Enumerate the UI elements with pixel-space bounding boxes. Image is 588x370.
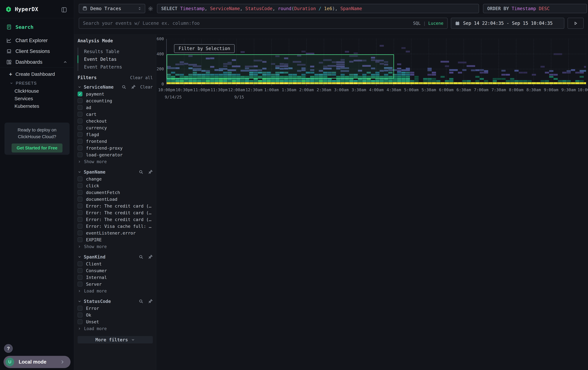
- sidebar-preset-item[interactable]: Services: [0, 95, 74, 102]
- filter-option[interactable]: documentLoad: [78, 196, 153, 202]
- filter-option[interactable]: EXPIRE: [78, 236, 153, 243]
- get-started-button[interactable]: Get Started for Free: [11, 143, 63, 152]
- checkbox[interactable]: [78, 268, 83, 273]
- filter-option[interactable]: checkout: [78, 118, 153, 124]
- checkbox[interactable]: [78, 230, 83, 235]
- checkbox[interactable]: [78, 197, 83, 201]
- filter-option[interactable]: change: [78, 176, 153, 182]
- checkbox[interactable]: [78, 237, 83, 242]
- analysis-mode-option[interactable]: Event Deltas: [78, 55, 153, 63]
- show-more-button[interactable]: Load more: [78, 325, 153, 332]
- sidebar-item-dashboards[interactable]: Dashboards: [0, 57, 74, 67]
- checkbox[interactable]: [78, 125, 83, 130]
- analysis-mode-option[interactable]: Event Patterns: [78, 63, 153, 71]
- gear-icon[interactable]: [148, 6, 153, 11]
- filter-option[interactable]: ✓payment: [78, 90, 153, 97]
- filter-option[interactable]: currency: [78, 124, 153, 131]
- checkbox[interactable]: [78, 183, 83, 188]
- lucene-mode-option[interactable]: Lucene: [428, 21, 443, 26]
- search-filter-icon[interactable]: [139, 254, 143, 259]
- filter-option[interactable]: Client: [78, 260, 153, 267]
- checkbox[interactable]: [78, 319, 83, 324]
- user-menu[interactable]: U Local mode: [4, 356, 71, 368]
- filter-option[interactable]: click: [78, 182, 153, 189]
- filter-option[interactable]: accounting: [78, 97, 153, 104]
- show-more-button[interactable]: Load more: [78, 288, 153, 295]
- checkbox[interactable]: [78, 146, 83, 150]
- filter-option[interactable]: frontend-proxy: [78, 145, 153, 151]
- checkbox[interactable]: ✓: [78, 91, 83, 96]
- search-filter-icon[interactable]: [139, 299, 143, 304]
- checkbox[interactable]: [78, 306, 83, 311]
- checkbox[interactable]: [78, 132, 83, 137]
- filter-option[interactable]: cart: [78, 111, 153, 118]
- chevron-up-icon[interactable]: [63, 60, 67, 64]
- checkbox[interactable]: [78, 203, 83, 208]
- pin-icon[interactable]: [148, 299, 153, 304]
- search-filter-icon[interactable]: [122, 85, 126, 90]
- time-range-picker[interactable]: Sep 14 22:04:35 - Sep 15 10:04:35: [451, 18, 564, 29]
- checkbox[interactable]: [78, 275, 83, 280]
- filter-option[interactable]: documentFetch: [78, 189, 153, 196]
- search-filter-icon[interactable]: [139, 170, 143, 174]
- checkbox[interactable]: [78, 261, 83, 266]
- checkbox[interactable]: [78, 177, 83, 181]
- filter-by-selection-button[interactable]: Filter by Selection: [174, 44, 235, 53]
- more-filters-button[interactable]: More filters: [78, 336, 153, 343]
- checkbox[interactable]: [78, 112, 83, 117]
- checkbox[interactable]: [78, 105, 83, 110]
- filter-option[interactable]: Error: The credit card (…: [78, 209, 153, 216]
- order-by-input[interactable]: ORDER BY Timestamp DESC: [483, 4, 587, 13]
- analysis-mode-option[interactable]: Results Table: [78, 48, 153, 55]
- sidebar-item-client-sessions[interactable]: Client Sessions: [0, 46, 74, 57]
- sql-select-input[interactable]: SELECT Timestamp, ServiceName, StatusCod…: [157, 4, 479, 13]
- checkbox[interactable]: [78, 313, 83, 317]
- sidebar-preset-item[interactable]: Kubernetes: [0, 102, 74, 110]
- sidebar-preset-item[interactable]: ClickHouse: [0, 87, 74, 95]
- sidebar-collapse-icon[interactable]: [61, 6, 67, 13]
- create-dashboard-button[interactable]: + Create Dashboard: [0, 69, 74, 79]
- checkbox[interactable]: [78, 282, 83, 287]
- run-query-button[interactable]: [567, 18, 584, 29]
- filter-option[interactable]: frontend: [78, 138, 153, 145]
- filter-option[interactable]: Internal: [78, 274, 153, 281]
- help-button[interactable]: ?: [4, 344, 13, 353]
- filter-option[interactable]: eventListener.error: [78, 230, 153, 236]
- filter-option[interactable]: Server: [78, 281, 153, 288]
- clear-all-button[interactable]: Clear all: [130, 75, 153, 80]
- filter-option[interactable]: Error: The credit card (…: [78, 216, 153, 223]
- pin-icon[interactable]: [148, 254, 153, 259]
- checkbox[interactable]: [78, 152, 83, 157]
- filter-option[interactable]: Ok: [78, 312, 153, 318]
- checkbox[interactable]: [78, 210, 83, 215]
- checkbox[interactable]: [78, 139, 83, 144]
- show-more-button[interactable]: Show more: [78, 158, 153, 165]
- filter-option[interactable]: Unset: [78, 318, 153, 325]
- checkbox[interactable]: [78, 224, 83, 229]
- filter-option[interactable]: load-generator: [78, 151, 153, 158]
- presets-toggle[interactable]: PRESETS: [0, 79, 74, 87]
- pin-icon[interactable]: [148, 170, 153, 174]
- clear-filter-button[interactable]: Clear: [140, 85, 153, 90]
- search-input[interactable]: [83, 20, 413, 26]
- show-more-button[interactable]: Show more: [78, 243, 153, 250]
- sidebar-item-chart-explorer[interactable]: Chart Explorer: [0, 35, 74, 46]
- filter-option[interactable]: flagd: [78, 131, 153, 138]
- filter-option[interactable]: Error: [78, 305, 153, 312]
- sidebar-item-search[interactable]: Search: [6, 24, 33, 30]
- checkbox[interactable]: [78, 190, 83, 195]
- checkbox[interactable]: [78, 119, 83, 123]
- sql-mode-option[interactable]: SQL: [413, 21, 420, 26]
- checkbox[interactable]: [78, 98, 83, 103]
- filter-option[interactable]: Error: The credit card (…: [78, 202, 153, 209]
- chart-selection-region[interactable]: [167, 54, 394, 79]
- filter-option-label: Error: The credit card (…: [86, 217, 151, 222]
- filter-option[interactable]: Error: Visa cache full: …: [78, 223, 153, 230]
- filter-group-title: ServiceName: [84, 84, 114, 90]
- filter-option[interactable]: ad: [78, 104, 153, 111]
- clickhouse-cloud-promo-card: Ready to deploy on ClickHouse Cloud? Get…: [4, 123, 70, 155]
- pin-icon[interactable]: [131, 85, 136, 90]
- data-source-select[interactable]: Demo Traces: [79, 4, 145, 13]
- filter-option[interactable]: Consumer: [78, 267, 153, 274]
- checkbox[interactable]: [78, 217, 83, 222]
